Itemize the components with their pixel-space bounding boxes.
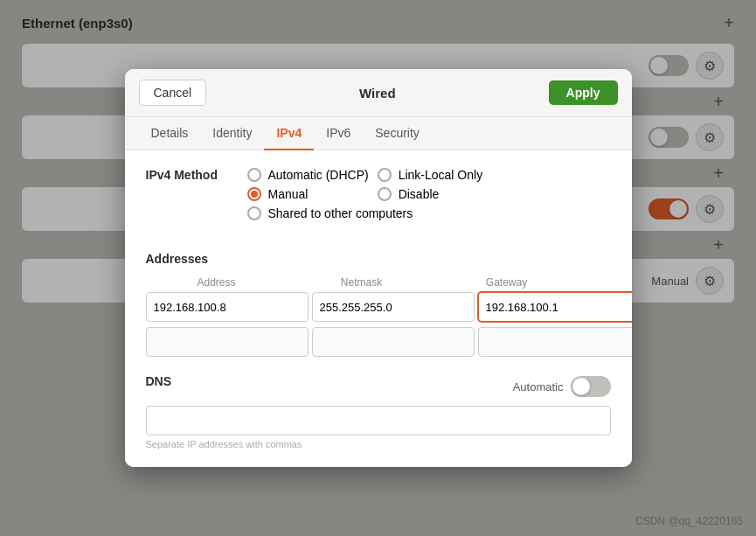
addr-column-headers: Address Netmask Gateway: [146, 276, 611, 289]
addresses-section: Addresses Address Netmask Gateway 🗑: [146, 252, 611, 357]
radio-label-dhcp: Automatic (DHCP): [268, 168, 369, 182]
radio-circle-disable: [378, 187, 392, 201]
col-netmask-label: Netmask: [291, 276, 433, 289]
tab-security[interactable]: Security: [363, 117, 432, 150]
radio-circle-manual: [247, 187, 261, 201]
netmask-input-2[interactable]: [312, 327, 475, 357]
netmask-input-1[interactable]: [312, 292, 475, 322]
radio-disable[interactable]: Disable: [378, 187, 499, 201]
apply-button[interactable]: Apply: [549, 80, 618, 105]
radio-circle-link-local: [378, 168, 392, 182]
radio-label-manual: Manual: [268, 187, 309, 201]
method-options: Automatic (DHCP) Link-Local Only Manual: [247, 168, 499, 220]
address-input-2[interactable]: [146, 327, 309, 357]
method-section: IPv4 Method Automatic (DHCP) Link-Local …: [146, 168, 611, 234]
tab-ipv6[interactable]: IPv6: [314, 117, 363, 150]
addr-row-1: 🗑: [146, 292, 611, 322]
tab-bar: Details Identity IPv4 IPv6 Security: [125, 117, 632, 150]
radio-automatic-dhcp[interactable]: Automatic (DHCP): [247, 168, 369, 182]
dns-hint: Separate IP addresses with commas: [146, 439, 611, 449]
modal: Cancel Wired Apply Details Identity IPv4…: [125, 69, 632, 467]
dns-toggle[interactable]: [571, 376, 611, 397]
gateway-input-2[interactable]: [478, 327, 632, 357]
radio-shared[interactable]: Shared to other computers: [247, 206, 499, 220]
address-input-1[interactable]: [146, 292, 309, 322]
tab-details[interactable]: Details: [139, 117, 201, 150]
col-address-label: Address: [146, 276, 288, 289]
radio-circle-shared: [247, 206, 261, 220]
tab-identity[interactable]: Identity: [200, 117, 264, 150]
dns-input[interactable]: [146, 406, 611, 435]
radio-label-disable: Disable: [399, 187, 440, 201]
radio-link-local[interactable]: Link-Local Only: [378, 168, 499, 182]
radio-manual[interactable]: Manual: [247, 187, 369, 201]
cancel-button[interactable]: Cancel: [139, 80, 207, 106]
tab-ipv4[interactable]: IPv4: [264, 117, 314, 150]
dns-automatic-label: Automatic: [513, 380, 564, 393]
radio-label-link-local: Link-Local Only: [399, 168, 483, 182]
method-section-title: IPv4 Method: [146, 168, 233, 224]
dns-toggle-area: Automatic: [513, 376, 611, 397]
radio-label-shared: Shared to other computers: [268, 206, 413, 220]
dns-section: DNS Automatic Separate IP addresses with…: [146, 374, 611, 449]
dns-title: DNS: [146, 374, 172, 388]
dns-header: DNS Automatic: [146, 374, 611, 399]
modal-body: IPv4 Method Automatic (DHCP) Link-Local …: [125, 150, 632, 467]
modal-title: Wired: [359, 86, 396, 101]
modal-header: Cancel Wired Apply: [125, 69, 632, 117]
gateway-input-1[interactable]: [478, 292, 632, 322]
addr-row-2: 🗑: [146, 327, 611, 357]
col-gateway-label: Gateway: [436, 276, 578, 289]
modal-overlay: Cancel Wired Apply Details Identity IPv4…: [0, 0, 756, 536]
addresses-title: Addresses: [146, 252, 611, 266]
radio-circle-dhcp: [247, 168, 261, 182]
